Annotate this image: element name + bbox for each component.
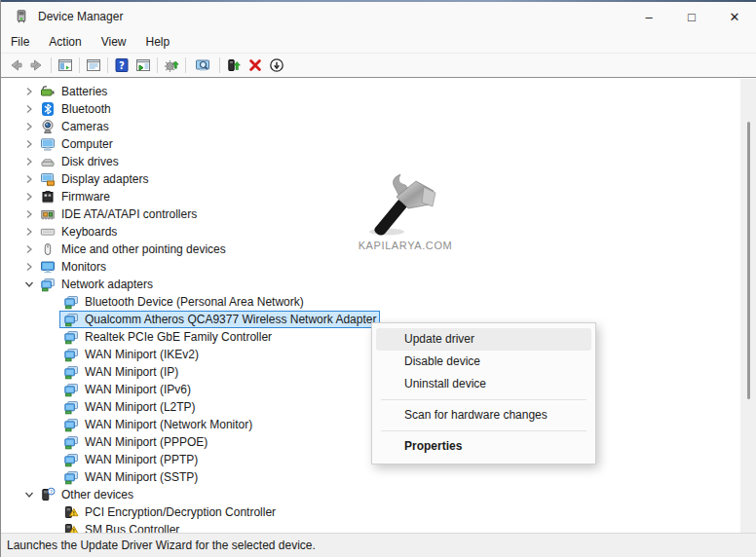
camera-icon [40, 119, 56, 134]
battery-icon [40, 84, 56, 99]
tree-item-pci-encryption-controller[interactable]: PCI Encryption/Decryption Controller [1, 503, 740, 521]
minimize-button[interactable]: – [627, 2, 670, 31]
disable-device-button[interactable] [266, 55, 287, 76]
tree-item-computer[interactable]: Computer [1, 135, 740, 153]
tree-item-mice[interactable]: Mice and other pointing devices [1, 241, 740, 258]
device-manager-app-icon [14, 9, 29, 24]
context-menu: Update driver Disable device Uninstall d… [371, 322, 596, 464]
tree-item-ide-controllers[interactable]: IDE ATA/ATAPI controllers [1, 205, 740, 223]
export-list-button[interactable] [132, 55, 154, 76]
title-bar[interactable]: Device Manager – □ ✕ [1, 2, 756, 31]
firmware-icon [40, 189, 56, 204]
window-title: Device Manager [38, 10, 123, 23]
network-adapter-icon [63, 399, 79, 415]
context-menu-update-driver[interactable]: Update driver [376, 328, 591, 351]
context-menu-scan-hardware-changes[interactable]: Scan for hardware changes [376, 404, 591, 427]
toolbar [1, 54, 756, 78]
computer-icon [40, 136, 56, 152]
disk-icon [40, 154, 56, 169]
network-adapter-icon [63, 364, 79, 380]
network-adapter-icon [63, 417, 79, 432]
tree-item-disk-drives[interactable]: Disk drives [1, 153, 740, 170]
context-menu-separator [381, 430, 586, 431]
menu-file[interactable]: File [1, 32, 39, 52]
tree-item-other-devices[interactable]: Other devices [1, 486, 740, 503]
tree-item-batteries[interactable]: Batteries [1, 83, 740, 100]
network-adapter-icon [63, 312, 79, 327]
tree-item-monitors[interactable]: Monitors [1, 258, 740, 276]
tree-item-sm-bus-controller[interactable]: SM Bus Controller [1, 521, 740, 533]
keyboard-icon [40, 224, 56, 240]
status-bar: Launches the Update Driver Wizard for th… [1, 533, 756, 557]
chevron-right-icon[interactable] [22, 85, 36, 98]
tree-item-keyboards[interactable]: Keyboards [1, 223, 740, 241]
chevron-right-icon[interactable] [22, 120, 36, 133]
chevron-right-icon[interactable] [22, 260, 36, 274]
network-adapter-icon [63, 452, 79, 467]
menu-action[interactable]: Action [39, 32, 91, 52]
tree-item-firmware[interactable]: Firmware [1, 188, 740, 205]
context-menu-uninstall-device[interactable]: Uninstall device [376, 373, 591, 395]
remote-computer-button[interactable] [189, 55, 216, 76]
close-button[interactable]: ✕ [713, 2, 756, 31]
monitor-icon [40, 259, 56, 275]
chevron-right-icon[interactable] [22, 102, 36, 116]
chevron-right-icon[interactable] [22, 242, 36, 256]
chevron-down-icon[interactable] [22, 278, 36, 291]
tree-item-bluetooth-pan[interactable]: Bluetooth Device (Personal Area Network) [1, 293, 740, 311]
menu-view[interactable]: View [92, 32, 136, 52]
toolbar-separator [79, 57, 80, 73]
console-tree-button[interactable] [55, 55, 76, 76]
chevron-right-icon[interactable] [22, 207, 36, 221]
toolbar-separator [185, 57, 186, 73]
chevron-right-icon[interactable] [22, 225, 36, 239]
chevron-right-icon[interactable] [22, 155, 36, 168]
uninstall-device-button[interactable] [245, 55, 266, 76]
warning-device-icon [63, 522, 79, 533]
scrollbar-thumb[interactable] [747, 122, 750, 399]
warning-device-icon [63, 504, 79, 520]
window-controls: – □ ✕ [627, 2, 756, 31]
maximize-button[interactable]: □ [670, 2, 713, 31]
menu-help[interactable]: Help [136, 32, 180, 52]
network-adapter-icon [63, 434, 79, 450]
tree-item-network-adapters[interactable]: Network adapters [1, 276, 740, 293]
tree-item-wan-miniport-sstp[interactable]: WAN Miniport (SSTP) [1, 468, 740, 486]
forward-button[interactable] [26, 55, 48, 76]
chevron-right-icon[interactable] [22, 172, 36, 186]
toolbar-separator [107, 57, 108, 73]
network-adapter-icon [63, 294, 79, 310]
properties-toolbar-button[interactable] [83, 55, 104, 76]
bluetooth-icon [40, 101, 56, 117]
mouse-icon [40, 241, 56, 257]
network-adapter-icon [63, 469, 79, 485]
chevron-right-icon[interactable] [22, 190, 36, 204]
status-text: Launches the Update Driver Wizard for th… [7, 538, 316, 552]
context-menu-properties[interactable]: Properties [376, 435, 591, 458]
context-menu-separator [381, 399, 586, 400]
display-adapter-icon [40, 171, 56, 187]
network-adapter-icon [63, 329, 79, 345]
tree-item-cameras[interactable]: Cameras [1, 118, 740, 135]
toolbar-separator [157, 57, 158, 73]
help-button[interactable] [111, 55, 132, 76]
device-manager-window: Device Manager – □ ✕ File Action View He… [0, 0, 756, 557]
toolbar-separator [219, 57, 220, 73]
tree-item-display-adapters[interactable]: Display adapters [1, 170, 740, 188]
ide-icon [40, 206, 56, 222]
chevron-down-icon[interactable] [22, 488, 36, 501]
tree-item-bluetooth[interactable]: Bluetooth [1, 100, 740, 118]
device-tree: Batteries Bluetooth Cameras Computer Dis… [1, 79, 740, 533]
toolbar-separator [51, 57, 52, 73]
network-adapter-icon [63, 347, 79, 362]
menu-bar: File Action View Help [1, 31, 756, 54]
network-adapter-icon [40, 277, 56, 292]
vertical-scrollbar[interactable] [740, 79, 756, 533]
scan-hardware-changes-button[interactable] [161, 55, 182, 76]
update-driver-button[interactable] [223, 55, 245, 76]
unknown-device-icon [40, 487, 56, 502]
network-adapter-icon [63, 382, 79, 397]
context-menu-disable-device[interactable]: Disable device [376, 351, 591, 373]
back-button[interactable] [5, 55, 26, 76]
chevron-right-icon[interactable] [22, 137, 36, 151]
